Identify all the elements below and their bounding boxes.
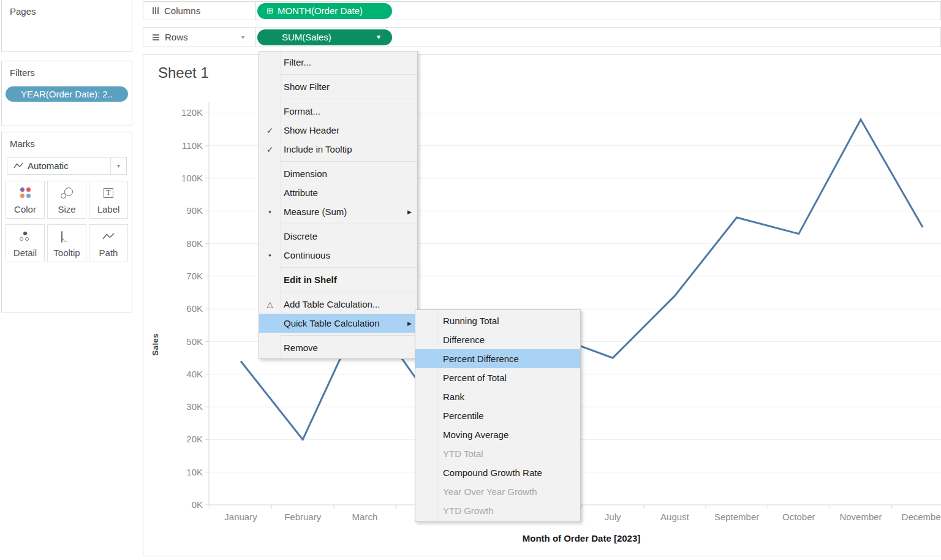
bullet-icon: ● <box>259 252 281 258</box>
rows-shelf-label-cell: Rows ▾ <box>143 28 256 47</box>
sum-sales-pill[interactable]: SUM(Sales) ▼ <box>257 29 392 45</box>
tooltip-label: Tooltip <box>53 248 80 258</box>
menu-item-label: Difference <box>443 335 485 345</box>
menu-item-show-filter[interactable]: Show Filter <box>259 77 417 96</box>
rows-shelf[interactable]: Rows ▾ SUM(Sales) ▼ <box>143 27 941 47</box>
x-tick-label: August <box>660 512 690 522</box>
menu-item-label: Edit in Shelf <box>284 274 337 285</box>
menu-item-continuous[interactable]: ●Continuous <box>259 246 417 265</box>
sum-pill-label: SUM(Sales) <box>282 32 331 42</box>
month-order-date-pill[interactable]: ⊞ MONTH(Order Date) <box>257 3 392 19</box>
columns-shelf-label-cell: Columns <box>143 2 256 20</box>
color-button[interactable]: Color <box>6 181 45 219</box>
quick-table-calculation-submenu: Running TotalDifferencePercent Differenc… <box>415 309 581 522</box>
y-tick-label: 10K <box>186 467 203 477</box>
menu-separator <box>281 292 417 292</box>
bullet-icon: ● <box>259 209 281 214</box>
month-pill-label: MONTH(Order Date) <box>278 6 363 16</box>
menu-item-format[interactable]: Format... <box>259 102 417 121</box>
menu-item-difference[interactable]: Difference <box>415 330 580 349</box>
tooltip-button[interactable]: Tooltip <box>47 224 86 262</box>
menu-item-year-over-year-growth[interactable]: Year Over Year Growth <box>415 482 580 501</box>
x-tick-label: October <box>782 512 815 522</box>
menu-item-filter[interactable]: Filter... <box>259 53 417 72</box>
expand-hierarchy-icon[interactable]: ⊞ <box>266 7 273 15</box>
menu-item-percent-of-total[interactable]: Percent of Total <box>415 368 580 387</box>
columns-shelf[interactable]: Columns ⊞ MONTH(Order Date) <box>143 1 941 20</box>
menu-item-label: Percentile <box>443 411 484 421</box>
x-tick-label: December <box>902 512 941 522</box>
menu-item-include-in-tooltip[interactable]: ✓Include in Tooltip <box>259 140 417 159</box>
y-tick-label: 40K <box>186 369 203 379</box>
rows-pill-zone[interactable]: SUM(Sales) ▼ <box>256 28 940 47</box>
x-tick-label: January <box>224 512 257 522</box>
check-icon: ✓ <box>259 126 281 135</box>
menu-item-attribute[interactable]: Attribute <box>259 183 417 202</box>
columns-pill-zone[interactable]: ⊞ MONTH(Order Date) <box>256 2 940 20</box>
menu-item-discrete[interactable]: Discrete <box>259 227 417 246</box>
pages-title: Pages <box>2 0 132 17</box>
marks-card: Marks Automatic ▾ Color Size T Label Det… <box>1 132 132 312</box>
y-tick-label: 80K <box>186 238 203 249</box>
menu-separator <box>281 267 417 268</box>
menu-item-remove[interactable]: Remove <box>259 338 417 357</box>
x-tick-label: July <box>605 512 621 522</box>
menu-separator <box>281 335 417 336</box>
detail-button[interactable]: Detail <box>6 224 45 262</box>
menu-item-percent-difference[interactable]: Percent Difference <box>415 349 580 368</box>
y-tick-label: 0K <box>192 499 203 510</box>
size-icon <box>48 181 86 204</box>
submenu-arrow-icon: ▶ <box>407 209 412 215</box>
label-button[interactable]: T Label <box>89 181 128 219</box>
menu-item-add-table-calculation[interactable]: △Add Table Calculation... <box>259 295 417 314</box>
menu-item-label: Format... <box>284 106 320 116</box>
pill-caret-icon[interactable]: ▼ <box>376 34 382 40</box>
y-tick-label: 50K <box>186 336 203 347</box>
menu-item-quick-table-calculation[interactable]: Quick Table Calculation▶ <box>259 314 417 333</box>
menu-item-label: Rank <box>443 392 464 402</box>
menu-item-ytd-growth[interactable]: YTD Growth <box>415 501 580 520</box>
label-label: Label <box>97 204 120 214</box>
y-tick-label: 30K <box>186 401 203 412</box>
menu-item-rank[interactable]: Rank <box>415 387 580 406</box>
menu-item-label: Year Over Year Growth <box>443 486 537 497</box>
menu-item-show-header[interactable]: ✓Show Header <box>259 121 417 140</box>
columns-shelf-label: Columns <box>164 6 200 16</box>
menu-separator <box>281 161 417 162</box>
mark-type-dropdown[interactable]: Automatic ▾ <box>7 157 127 175</box>
x-tick-label: November <box>839 512 882 522</box>
pages-shelf[interactable]: Pages <box>1 0 132 52</box>
menu-item-label: Add Table Calculation... <box>284 299 380 309</box>
columns-icon <box>153 7 159 14</box>
menu-item-ytd-total[interactable]: YTD Total <box>415 444 580 463</box>
size-button[interactable]: Size <box>47 181 86 219</box>
path-button[interactable]: Path <box>89 224 128 262</box>
menu-item-edit-in-shelf[interactable]: Edit in Shelf <box>259 270 417 289</box>
y-tick-label: 60K <box>186 303 203 314</box>
filter-pill-year-order-date[interactable]: YEAR(Order Date): 2.. <box>6 86 128 102</box>
marks-title: Marks <box>2 132 132 149</box>
filters-shelf[interactable]: Filters YEAR(Order Date): 2.. <box>1 61 132 126</box>
menu-item-measure-sum[interactable]: ●Measure (Sum)▶ <box>259 202 417 221</box>
menu-item-moving-average[interactable]: Moving Average <box>415 425 580 444</box>
shelf-caret-icon[interactable]: ▾ <box>241 34 244 40</box>
menu-item-label: Quick Table Calculation <box>284 318 379 328</box>
menu-item-label: Attribute <box>284 187 318 198</box>
mark-type-value: Automatic <box>28 161 110 171</box>
color-label: Color <box>14 204 36 214</box>
menu-separator <box>281 99 417 99</box>
rows-shelf-label: Rows <box>165 32 188 42</box>
menu-item-dimension[interactable]: Dimension <box>259 164 417 183</box>
table-calculation-delta-icon: △ <box>259 300 281 309</box>
y-tick-label: 120K <box>181 107 203 118</box>
menu-item-label: Continuous <box>284 250 330 260</box>
tooltip-icon <box>48 225 86 248</box>
detail-icon <box>6 225 44 248</box>
chevron-down-icon[interactable]: ▾ <box>110 157 126 174</box>
menu-item-compound-growth-rate[interactable]: Compound Growth Rate <box>415 463 580 482</box>
y-tick-label: 110K <box>182 140 203 151</box>
y-tick-label: 70K <box>186 271 203 281</box>
x-axis-title: Month of Order Date [2023] <box>401 533 762 543</box>
menu-item-running-total[interactable]: Running Total <box>415 311 580 330</box>
menu-item-percentile[interactable]: Percentile <box>415 406 580 425</box>
